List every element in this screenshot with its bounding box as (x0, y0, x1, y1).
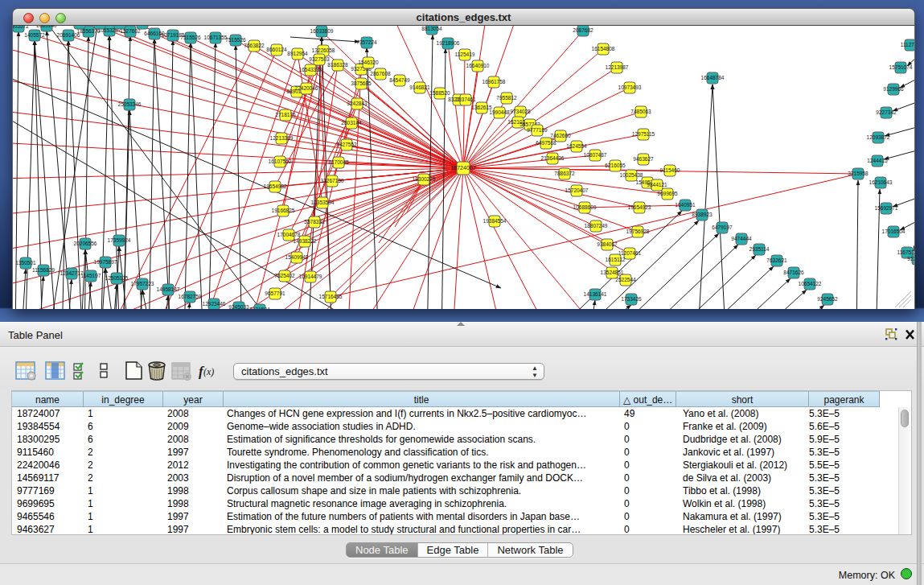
svg-text:9734028: 9734028 (510, 109, 531, 114)
svg-text:1125419: 1125419 (455, 51, 475, 57)
svg-text:10671355: 10671355 (204, 35, 228, 40)
svg-text:13226058: 13226058 (312, 47, 335, 53)
svg-text:12213987: 12213987 (606, 64, 629, 70)
svg-text:10807487: 10807487 (584, 152, 607, 158)
svg-text:(x): (x) (203, 366, 214, 377)
svg-text:15692971: 15692971 (875, 205, 898, 211)
svg-text:1112731: 1112731 (901, 42, 914, 47)
svg-text:9245033: 9245033 (228, 304, 249, 309)
svg-text:12505135: 12505135 (105, 275, 129, 281)
svg-text:6497568: 6497568 (536, 140, 556, 146)
svg-text:9657791: 9657791 (265, 290, 285, 296)
svg-text:1244415: 1244415 (867, 158, 888, 163)
svg-text:15409948: 15409948 (285, 254, 309, 260)
svg-text:2037461: 2037461 (455, 97, 476, 102)
svg-text:1640951: 1640951 (675, 202, 696, 208)
svg-text:6216055: 6216055 (605, 163, 626, 168)
svg-text:1167533: 1167533 (897, 249, 914, 255)
svg-text:1405572: 1405572 (24, 32, 45, 38)
svg-text:8170045: 8170045 (328, 159, 349, 165)
svg-text:19975897: 19975897 (94, 259, 117, 265)
svg-text:31267130: 31267130 (321, 178, 344, 183)
svg-text:7515526: 7515526 (225, 37, 246, 43)
svg-text:15716485: 15716485 (319, 294, 343, 299)
svg-text:15720407: 15720407 (565, 187, 589, 193)
svg-text:1405572: 1405572 (13, 26, 29, 29)
svg-text:16914479: 16914479 (299, 274, 322, 279)
svg-text:9146821: 9146821 (409, 84, 430, 90)
svg-text:7632621: 7632621 (766, 257, 787, 263)
svg-text:9129966: 9129966 (883, 86, 904, 92)
svg-text:7462660: 7462660 (550, 133, 571, 138)
svg-text:9384067: 9384067 (597, 241, 618, 247)
svg-text:9844121: 9844121 (647, 182, 667, 187)
svg-text:19654923: 19654923 (628, 204, 651, 210)
svg-text:1990448: 1990448 (489, 109, 510, 115)
svg-text:11207461: 11207461 (618, 250, 642, 256)
svg-text:8186328: 8186328 (327, 62, 348, 68)
svg-text:22420046: 22420046 (295, 85, 318, 91)
svg-text:1615112: 1615112 (606, 257, 626, 262)
svg-text:2087682: 2087682 (573, 27, 593, 33)
svg-text:10688609: 10688609 (573, 204, 597, 210)
svg-text:10654122: 10654122 (799, 281, 822, 286)
svg-text:1350501: 1350501 (15, 260, 36, 266)
svg-text:2867608: 2867608 (370, 71, 391, 76)
svg-text:8813054: 8813054 (421, 26, 442, 31)
svg-text:10973493: 10973493 (618, 84, 642, 90)
svg-text:2522544: 2522544 (615, 277, 636, 282)
svg-text:14958147: 14958147 (157, 286, 180, 292)
svg-text:2803144: 2803144 (341, 120, 362, 126)
svg-text:13524851: 13524851 (601, 270, 624, 275)
svg-text:8660124: 8660124 (266, 47, 287, 52)
svg-text:7485063: 7485063 (630, 109, 651, 114)
svg-text:19654982: 19654982 (264, 183, 287, 189)
svg-text:17004678: 17004678 (277, 232, 301, 237)
svg-text:7955812: 7955812 (496, 95, 517, 101)
svg-text:16640910: 16640910 (466, 63, 490, 68)
svg-text:16543382: 16543382 (299, 67, 322, 72)
svg-text:9242843: 9242843 (347, 101, 368, 106)
svg-text:7663822: 7663822 (244, 43, 265, 48)
svg-text:9245652: 9245652 (817, 296, 838, 302)
svg-text:12353594: 12353594 (311, 200, 335, 205)
svg-text:1546320: 1546320 (358, 60, 379, 65)
svg-text:8454749: 8454749 (389, 77, 410, 83)
svg-text:21364436: 21364436 (541, 155, 565, 161)
svg-text:18300275: 18300275 (413, 176, 436, 182)
svg-text:7886372: 7886372 (554, 171, 575, 176)
svg-text:18724007: 18724007 (450, 165, 475, 171)
svg-text:19166825: 19166825 (272, 208, 295, 213)
svg-text:16107552: 16107552 (269, 159, 292, 164)
svg-text:12213369: 12213369 (270, 135, 294, 141)
svg-text:10025438: 10025438 (620, 172, 643, 178)
svg-text:7625402: 7625402 (274, 273, 295, 278)
svg-text:1624554: 1624554 (566, 143, 587, 149)
svg-text:16033809: 16033809 (310, 28, 334, 34)
svg-text:8427552: 8427552 (336, 142, 357, 147)
svg-text:16782759: 16782759 (179, 294, 202, 299)
svg-text:17359924: 17359924 (108, 237, 131, 243)
svg-text:12342717: 12342717 (60, 270, 84, 276)
svg-text:12093872: 12093872 (867, 134, 890, 140)
svg-text:15751074: 15751074 (889, 64, 913, 70)
svg-text:16648784: 16648784 (701, 75, 725, 80)
svg-text:11156829: 11156829 (32, 267, 55, 273)
svg-text:1145197: 1145197 (81, 273, 101, 278)
svg-text:16210643: 16210643 (869, 179, 893, 185)
svg-text:2935114: 2935114 (749, 246, 770, 252)
svg-text:8471626: 8471626 (783, 270, 804, 275)
svg-text:19218906: 19218906 (437, 40, 460, 46)
svg-text:8938923: 8938923 (692, 212, 713, 217)
svg-text:18807249: 18807249 (585, 223, 608, 229)
svg-text:8131504: 8131504 (249, 307, 270, 309)
svg-text:9227342: 9227342 (876, 109, 897, 115)
svg-text:1588520: 1588520 (429, 90, 450, 96)
svg-text:17016504: 17016504 (882, 229, 906, 234)
svg-text:12975115: 12975115 (632, 131, 655, 137)
svg-text:14136141: 14136141 (584, 291, 607, 297)
svg-text:14938222: 14938222 (294, 238, 317, 244)
svg-text:8912954: 8912954 (287, 51, 308, 56)
svg-text:9115460: 9115460 (660, 167, 680, 173)
svg-text:9215958: 9215958 (907, 256, 914, 262)
